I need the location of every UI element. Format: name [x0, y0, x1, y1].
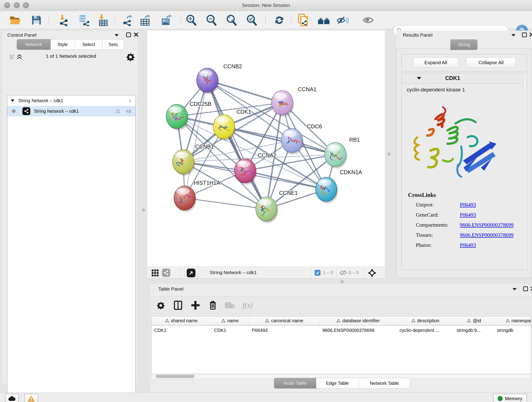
- warnings-button[interactable]: [24, 394, 38, 402]
- left-splitter-handle[interactable]: [142, 209, 145, 212]
- node-label-CDK1: CDK1: [236, 109, 251, 115]
- collapse-all-button[interactable]: Collapse All: [466, 57, 516, 68]
- open-session-icon[interactable]: [9, 14, 22, 26]
- birdseye-view-icon[interactable]: [187, 269, 196, 277]
- table-cell[interactable]: stringdb: [494, 328, 531, 333]
- zoom-in-icon[interactable]: [185, 14, 197, 26]
- save-session-icon[interactable]: [30, 14, 43, 26]
- tab-network[interactable]: Network: [17, 39, 51, 50]
- column-header-name[interactable]: name: [211, 316, 249, 325]
- add-column-icon[interactable]: [190, 300, 201, 311]
- tab-edge-table[interactable]: Edge Table: [316, 378, 359, 389]
- network-node-RB1[interactable]: [325, 142, 347, 168]
- show-grid-icon[interactable]: [152, 269, 159, 277]
- delete-column-trash-icon[interactable]: [207, 300, 219, 311]
- import-network-database-icon[interactable]: [77, 14, 90, 26]
- results-panel-collapse-icon[interactable]: [511, 34, 516, 37]
- network-node-CCNB2[interactable]: [196, 68, 219, 94]
- network-edge[interactable]: [207, 80, 266, 209]
- zoom-selected-icon[interactable]: [246, 14, 258, 26]
- network-collection-row[interactable]: String Network – cdk1 1: [7, 95, 135, 106]
- network-node-CCNE1[interactable]: [256, 197, 278, 223]
- control-panel-float-icon[interactable]: [126, 32, 131, 37]
- table-cell[interactable]: stringdb:9...: [454, 328, 494, 333]
- table-cell[interactable]: CDK1: [211, 328, 249, 333]
- network-node-CCNA1[interactable]: [272, 90, 294, 117]
- table-row[interactable]: CDK1CDK1P064939606.ENSP00000378699cyclin…: [152, 326, 531, 335]
- results-panel-float-icon[interactable]: [522, 32, 527, 37]
- horizontal-splitter-handle[interactable]: [341, 280, 344, 283]
- first-neighbors-icon[interactable]: [317, 14, 330, 26]
- footer-separator: [311, 268, 312, 277]
- show-all-eye-icon[interactable]: [362, 14, 374, 26]
- duplicate-network-icon[interactable]: [297, 14, 309, 26]
- network-node-CCNA2[interactable]: [234, 159, 257, 185]
- tab-network-table[interactable]: Network Table: [359, 378, 410, 389]
- table-cell[interactable]: cyclin-dependent ...: [397, 328, 454, 333]
- crosslink-value-link[interactable]: 9606.ENSP00000378699: [460, 222, 514, 228]
- column-header-namespace[interactable]: namespace: [494, 316, 531, 325]
- control-panel-close-icon[interactable]: [134, 32, 138, 37]
- table-gear-icon[interactable]: [155, 300, 167, 311]
- table-panel-collapse-icon[interactable]: [512, 288, 517, 291]
- crosslink-value-link[interactable]: 9606.ENSP00000378699: [460, 232, 514, 238]
- node-table[interactable]: shared namenamecanonical namedatabase id…: [151, 316, 531, 374]
- results-panel-tab-string[interactable]: String: [450, 39, 477, 50]
- selected-checkbox-icon[interactable]: [315, 270, 321, 276]
- column-header-@id[interactable]: @id: [454, 316, 494, 325]
- crosslink-value-link[interactable]: P06493: [460, 202, 476, 208]
- crosslink-value-link[interactable]: P06493: [460, 242, 476, 248]
- results-scrollbar[interactable]: [524, 73, 527, 270]
- zoom-out-icon[interactable]: [205, 14, 218, 26]
- export-image-icon[interactable]: [160, 14, 173, 26]
- network-node-CDK1[interactable]: [213, 115, 235, 141]
- network-options-gear-icon[interactable]: [127, 52, 135, 61]
- crosslink-value-link[interactable]: P06493: [460, 212, 476, 218]
- show-columns-icon[interactable]: [172, 300, 184, 311]
- results-panel-close-icon[interactable]: [529, 32, 532, 37]
- column-header-description[interactable]: description: [397, 316, 454, 325]
- network-icon: [22, 107, 30, 115]
- table-cell[interactable]: CDK1: [152, 328, 211, 333]
- protein-header-row[interactable]: CDK1: [402, 73, 527, 84]
- table-cell[interactable]: P06493: [249, 328, 320, 333]
- tab-select[interactable]: Select: [75, 39, 103, 50]
- expand-all-button[interactable]: Expand All: [413, 57, 458, 68]
- protein-collapse-icon[interactable]: [417, 77, 421, 80]
- network-node-CDC25B[interactable]: [166, 104, 189, 130]
- tab-node-table[interactable]: Node Table: [274, 378, 316, 389]
- export-network-icon[interactable]: [122, 14, 134, 26]
- table-hscrollbar-thumb[interactable]: [156, 375, 195, 378]
- fit-content-crosshair-icon[interactable]: [368, 269, 376, 277]
- hide-selected-eye-icon[interactable]: [336, 14, 349, 26]
- network-node-CDKN1A[interactable]: [316, 177, 338, 203]
- tab-sets[interactable]: Sets: [103, 39, 124, 50]
- column-header-database-identifier[interactable]: database identifier: [320, 316, 397, 325]
- export-table-icon[interactable]: [139, 14, 152, 26]
- zoom-fit-icon[interactable]: [225, 14, 238, 26]
- import-table-icon[interactable]: [97, 14, 109, 26]
- cloud-button[interactable]: [5, 394, 19, 402]
- collection-expander-icon[interactable]: [11, 99, 15, 102]
- expand-all-networks-icon[interactable]: [17, 54, 22, 60]
- collapse-all-networks-icon[interactable]: [9, 54, 15, 60]
- import-network-file-icon[interactable]: [58, 14, 70, 26]
- network-edge[interactable]: [185, 198, 266, 209]
- refresh-icon[interactable]: [273, 14, 285, 26]
- crosslink-row: Uniprot:P06493: [416, 202, 524, 208]
- table-panel-close-icon[interactable]: [530, 286, 532, 291]
- column-header-canonical-name[interactable]: canonical name: [249, 316, 320, 325]
- network-edge[interactable]: [245, 171, 326, 189]
- control-panel-collapse-icon[interactable]: [114, 34, 119, 37]
- network-view-icon[interactable]: [162, 269, 170, 277]
- network-row[interactable]: String Network – cdk1 11 48: [7, 106, 135, 116]
- table-panel-float-icon[interactable]: [523, 286, 528, 291]
- memory-button[interactable]: Memory: [493, 394, 527, 402]
- right-splitter-handle[interactable]: [387, 153, 391, 156]
- table-cell[interactable]: 9606.ENSP00000378699: [320, 328, 397, 333]
- network-node-CDC6[interactable]: [281, 128, 304, 154]
- network-canvas[interactable]: CCNB2CCNA1CDC25BCDK1CDC6RB1CCNB1CCNA2CDK…: [147, 31, 385, 267]
- column-header-shared-name[interactable]: shared name: [152, 316, 211, 325]
- network-node-HIST1H1A[interactable]: [174, 186, 196, 212]
- tab-style[interactable]: Style: [51, 39, 75, 50]
